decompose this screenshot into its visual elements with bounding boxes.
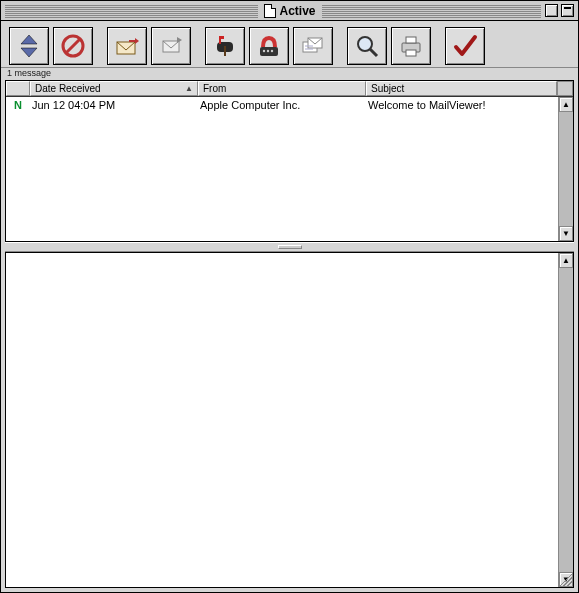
reply-envelope-icon [113,32,141,60]
header-subject-label: Subject [371,83,404,94]
sort-button[interactable] [9,27,49,65]
svg-marker-1 [21,48,37,57]
status-bar: 1 message [1,68,578,80]
document-icon [263,4,275,18]
titlebar-controls [545,4,578,17]
svg-rect-24 [406,37,416,43]
sort-ascending-icon: ▲ [185,84,193,93]
mark-button[interactable] [445,27,485,65]
row-date-cell: Jun 12 04:04 PM [30,99,198,111]
header-subject[interactable]: Subject [366,81,557,96]
header-date-received[interactable]: Date Received ▲ [30,81,198,96]
compose-button[interactable] [293,27,333,65]
header-status[interactable] [6,81,30,96]
message-list: Date Received ▲ From Subject N Jun 12 04… [5,80,574,242]
scroll-track[interactable] [559,112,573,226]
titlebar-stripes [5,4,269,18]
forward-envelope-icon [157,32,185,60]
print-button[interactable] [391,27,431,65]
sort-icon [15,32,43,60]
svg-point-14 [263,50,265,52]
svg-line-22 [370,49,377,56]
junk-button[interactable] [53,27,93,65]
magnifier-icon [353,32,381,60]
checkmark-icon [451,32,479,60]
mailbox-icon [211,32,239,60]
phone-rolodex-icon [255,32,283,60]
svg-point-21 [358,37,372,51]
svg-rect-12 [219,36,224,39]
scroll-track[interactable] [559,268,573,572]
no-symbol-icon [59,32,87,60]
scroll-up-icon[interactable]: ▲ [559,253,573,268]
list-scrollbar[interactable]: ▲ ▼ [558,97,573,241]
window-title: Active [279,4,315,18]
titlebar[interactable]: Active [1,1,578,21]
svg-point-16 [271,50,273,52]
collapse-button[interactable] [561,4,574,17]
message-rows: N Jun 12 04:04 PM Apple Computer Inc. We… [6,97,573,241]
header-from-label: From [203,83,226,94]
row-from-cell: Apple Computer Inc. [198,99,366,111]
svg-rect-10 [224,46,226,56]
message-row[interactable]: N Jun 12 04:04 PM Apple Computer Inc. We… [6,97,573,113]
zoom-button[interactable] [545,4,558,17]
scroll-down-icon[interactable]: ▼ [559,226,573,241]
header-date-label: Date Received [35,83,101,94]
svg-marker-5 [135,38,139,44]
column-headers: Date Received ▲ From Subject [6,81,573,97]
svg-line-3 [66,39,80,53]
svg-marker-0 [21,35,37,44]
mail-window: Active [0,0,579,593]
reply-button[interactable] [107,27,147,65]
splitter-grip-icon [278,245,302,249]
preview-pane: ▲ ▼ [5,252,574,588]
printer-icon [397,32,425,60]
search-button[interactable] [347,27,387,65]
toolbar [1,21,578,68]
mailbox-button[interactable] [205,27,245,65]
header-from[interactable]: From [198,81,366,96]
svg-point-15 [267,50,269,52]
forward-button[interactable] [151,27,191,65]
header-scroll-spacer [557,81,573,96]
scroll-up-icon[interactable]: ▲ [559,97,573,112]
message-count: 1 message [7,68,51,78]
addressbook-button[interactable] [249,27,289,65]
unread-indicator-icon: N [14,99,22,111]
svg-rect-25 [406,50,416,56]
titlebar-title-group: Active [257,1,321,20]
resize-grip[interactable] [558,572,573,587]
row-status-cell: N [6,99,30,111]
row-subject-cell: Welcome to MailViewer! [366,99,573,111]
compose-letters-icon [299,32,327,60]
preview-scrollbar[interactable]: ▲ ▼ [558,253,573,587]
splitter[interactable] [5,242,574,252]
